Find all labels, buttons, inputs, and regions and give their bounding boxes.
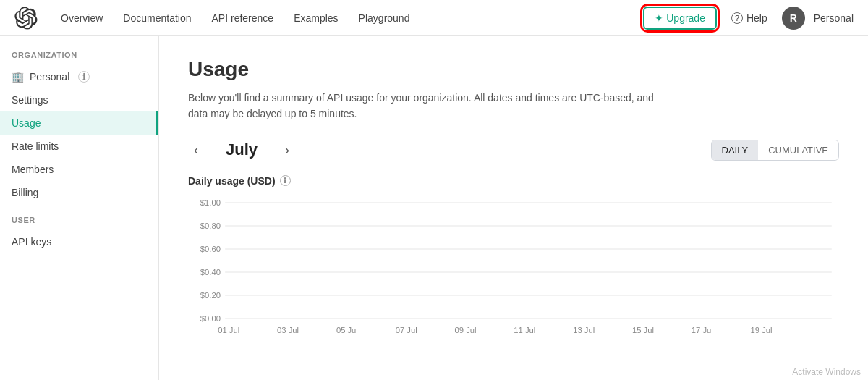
sidebar-item-usage[interactable]: Usage [0,111,158,135]
upgrade-button[interactable]: ✦ Upgrade [643,7,717,30]
avatar[interactable]: R [782,7,805,30]
personal-label[interactable]: Personal [814,12,854,24]
chart-info-icon[interactable]: ℹ [280,175,291,186]
nav-playground[interactable]: Playground [350,8,419,28]
nav-api-reference[interactable]: API reference [203,8,283,28]
chart-container: $1.00 $0.80 $0.60 $0.40 $0.20 $0.00 01 J… [188,195,839,340]
svg-text:05 Jul: 05 Jul [336,326,358,334]
svg-text:01 Jul: 01 Jul [218,326,239,334]
svg-text:17 Jul: 17 Jul [692,326,713,334]
prev-month-button[interactable]: ‹ [188,140,204,161]
sidebar-org-group: ORGANIZATION 🏢 Personal ℹ Settings Usage… [0,51,158,204]
sidebar-org-title: ORGANIZATION [0,51,158,65]
sidebar-item-personal[interactable]: 🏢 Personal ℹ [0,65,158,88]
sidebar-item-api-keys[interactable]: API keys [0,230,158,253]
svg-text:07 Jul: 07 Jul [396,326,417,334]
building-icon: 🏢 [12,71,24,83]
chart-section: Daily usage (USD) ℹ $1.00 $0.80 $0.60 $0 [188,175,839,340]
info-icon[interactable]: ℹ [78,71,90,83]
nav-documentation[interactable]: Documentation [114,8,200,28]
watermark-text: Activate Windows [792,367,861,377]
logo-icon[interactable] [14,7,38,30]
sidebar-item-rate-limits[interactable]: Rate limits [0,135,158,158]
sidebar-item-members[interactable]: Members [0,158,158,181]
help-button[interactable]: ? Help [726,8,773,28]
chart-svg: $1.00 $0.80 $0.60 $0.40 $0.20 $0.00 01 J… [188,195,839,340]
svg-text:$0.00: $0.00 [200,314,221,323]
svg-text:$0.60: $0.60 [200,245,221,253]
layout: ORGANIZATION 🏢 Personal ℹ Settings Usage… [0,36,868,380]
month-navigation: ‹ July › DAILY CUMULATIVE [188,140,839,161]
view-toggle: DAILY CUMULATIVE [711,140,839,161]
svg-text:$1.00: $1.00 [200,198,221,207]
sidebar-user-group: USER API keys [0,216,158,253]
sidebar-item-settings[interactable]: Settings [0,88,158,111]
svg-text:03 Jul: 03 Jul [277,326,299,334]
next-month-button[interactable]: › [279,140,295,161]
description-text: Below you'll find a summary of API usage… [188,90,665,122]
svg-text:15 Jul: 15 Jul [632,326,654,334]
sidebar-user-title: USER [0,216,158,230]
svg-text:13 Jul: 13 Jul [573,326,595,334]
current-month-label: July [213,140,271,159]
help-circle-icon: ? [731,12,743,24]
sidebar: ORGANIZATION 🏢 Personal ℹ Settings Usage… [0,36,159,380]
cumulative-view-button[interactable]: CUMULATIVE [758,140,838,160]
svg-text:19 Jul: 19 Jul [751,326,773,334]
chart-title: Daily usage (USD) ℹ [188,175,839,187]
svg-text:11 Jul: 11 Jul [514,326,535,334]
nav-right: ✦ Upgrade ? Help R Personal [643,7,854,30]
main-content: Usage Below you'll find a summary of API… [159,36,868,380]
sidebar-item-billing[interactable]: Billing [0,181,158,204]
nav-examples[interactable]: Examples [285,8,346,28]
nav-overview[interactable]: Overview [52,8,111,28]
month-nav-left: ‹ July › [188,140,295,161]
svg-text:$0.40: $0.40 [200,268,221,276]
nav-links: Overview Documentation API reference Exa… [52,8,643,28]
daily-view-button[interactable]: DAILY [712,140,759,160]
svg-text:$0.80: $0.80 [200,221,221,230]
svg-text:09 Jul: 09 Jul [455,326,477,334]
svg-text:$0.20: $0.20 [200,291,221,300]
top-nav: Overview Documentation API reference Exa… [0,0,868,36]
page-title: Usage [188,58,839,81]
